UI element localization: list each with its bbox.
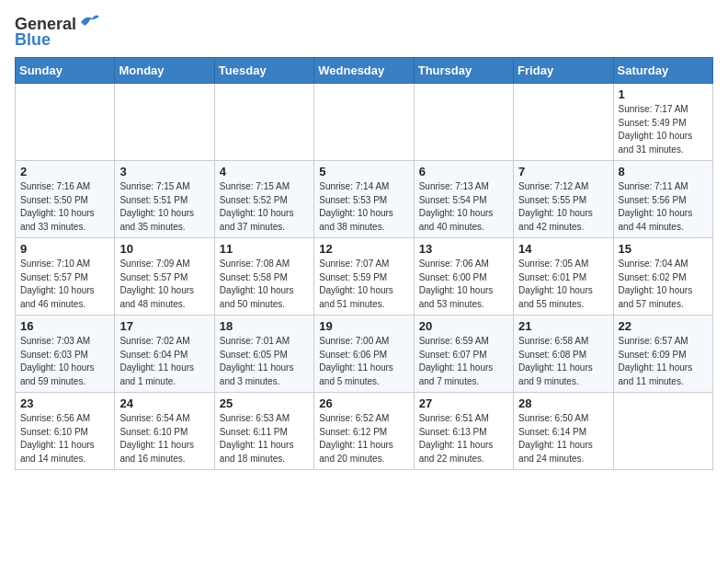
calendar-cell: 6Sunrise: 7:13 AM Sunset: 5:54 PM Daylig… (414, 161, 513, 238)
calendar-cell: 3Sunrise: 7:15 AM Sunset: 5:51 PM Daylig… (115, 161, 214, 238)
day-info: Sunrise: 6:59 AM Sunset: 6:07 PM Dayligh… (419, 335, 508, 388)
week-row-5: 23Sunrise: 6:56 AM Sunset: 6:10 PM Dayli… (16, 393, 713, 470)
calendar-cell: 14Sunrise: 7:05 AM Sunset: 6:01 PM Dayli… (514, 238, 613, 316)
calendar-cell: 4Sunrise: 7:15 AM Sunset: 5:52 PM Daylig… (214, 161, 313, 238)
day-info: Sunrise: 7:00 AM Sunset: 6:06 PM Dayligh… (319, 335, 408, 388)
calendar-cell (314, 84, 414, 161)
day-header-monday: Monday (115, 58, 214, 84)
day-number: 15 (619, 242, 708, 256)
day-number: 13 (419, 242, 508, 256)
day-number: 26 (319, 396, 408, 410)
calendar-cell: 25Sunrise: 6:53 AM Sunset: 6:11 PM Dayli… (214, 393, 313, 470)
calendar-cell: 17Sunrise: 7:02 AM Sunset: 6:04 PM Dayli… (115, 316, 214, 393)
day-number: 20 (419, 319, 508, 333)
day-info: Sunrise: 7:13 AM Sunset: 5:54 PM Dayligh… (419, 180, 508, 234)
day-info: Sunrise: 6:52 AM Sunset: 6:12 PM Dayligh… (319, 412, 408, 465)
day-number: 22 (619, 319, 708, 333)
calendar-cell: 27Sunrise: 6:51 AM Sunset: 6:13 PM Dayli… (414, 393, 513, 470)
calendar-cell (414, 84, 513, 161)
day-info: Sunrise: 7:05 AM Sunset: 6:01 PM Dayligh… (518, 258, 608, 311)
day-number: 9 (20, 242, 109, 256)
calendar-cell: 18Sunrise: 7:01 AM Sunset: 6:05 PM Dayli… (214, 316, 313, 393)
logo-blue-text: Blue (15, 30, 51, 50)
day-header-sunday: Sunday (16, 58, 115, 84)
day-info: Sunrise: 6:50 AM Sunset: 6:14 PM Dayligh… (518, 412, 608, 465)
day-header-friday: Friday (514, 58, 613, 84)
calendar-table: SundayMondayTuesdayWednesdayThursdayFrid… (15, 57, 713, 470)
calendar-cell: 19Sunrise: 7:00 AM Sunset: 6:06 PM Dayli… (314, 316, 414, 393)
calendar-cell: 12Sunrise: 7:07 AM Sunset: 5:59 PM Dayli… (314, 238, 414, 316)
day-number: 4 (220, 165, 309, 178)
day-info: Sunrise: 7:12 AM Sunset: 5:55 PM Dayligh… (518, 180, 608, 234)
calendar-cell (115, 84, 214, 161)
week-row-2: 2Sunrise: 7:16 AM Sunset: 5:50 PM Daylig… (16, 161, 713, 238)
day-info: Sunrise: 7:09 AM Sunset: 5:57 PM Dayligh… (119, 258, 209, 311)
logo: General Blue (15, 15, 99, 50)
day-number: 17 (119, 319, 209, 333)
day-info: Sunrise: 6:56 AM Sunset: 6:10 PM Dayligh… (20, 412, 109, 465)
page-header: General Blue (15, 15, 713, 50)
day-header-tuesday: Tuesday (214, 58, 313, 84)
day-info: Sunrise: 7:08 AM Sunset: 5:58 PM Dayligh… (220, 258, 309, 311)
day-info: Sunrise: 7:11 AM Sunset: 5:56 PM Dayligh… (619, 180, 708, 234)
day-info: Sunrise: 6:54 AM Sunset: 6:10 PM Dayligh… (119, 412, 209, 465)
day-number: 21 (518, 319, 608, 333)
week-row-3: 9Sunrise: 7:10 AM Sunset: 5:57 PM Daylig… (16, 238, 713, 316)
calendar-cell: 28Sunrise: 6:50 AM Sunset: 6:14 PM Dayli… (514, 393, 613, 470)
calendar-cell: 7Sunrise: 7:12 AM Sunset: 5:55 PM Daylig… (514, 161, 613, 238)
day-number: 27 (419, 396, 508, 410)
day-info: Sunrise: 7:15 AM Sunset: 5:52 PM Dayligh… (220, 180, 309, 234)
day-info: Sunrise: 7:03 AM Sunset: 6:03 PM Dayligh… (20, 335, 109, 388)
calendar-cell: 21Sunrise: 6:58 AM Sunset: 6:08 PM Dayli… (514, 316, 613, 393)
week-row-4: 16Sunrise: 7:03 AM Sunset: 6:03 PM Dayli… (16, 316, 713, 393)
calendar-cell: 8Sunrise: 7:11 AM Sunset: 5:56 PM Daylig… (613, 161, 712, 238)
day-number: 23 (20, 396, 109, 410)
day-info: Sunrise: 6:51 AM Sunset: 6:13 PM Dayligh… (419, 412, 508, 465)
calendar-cell (613, 393, 712, 470)
day-number: 16 (20, 319, 109, 333)
day-info: Sunrise: 7:06 AM Sunset: 6:00 PM Dayligh… (419, 258, 508, 311)
day-number: 14 (518, 242, 608, 256)
calendar-cell: 24Sunrise: 6:54 AM Sunset: 6:10 PM Dayli… (115, 393, 214, 470)
day-number: 8 (619, 165, 708, 178)
day-number: 11 (220, 242, 309, 256)
calendar-cell: 20Sunrise: 6:59 AM Sunset: 6:07 PM Dayli… (414, 316, 513, 393)
logo-bird-icon (79, 13, 99, 33)
week-row-1: 1Sunrise: 7:17 AM Sunset: 5:49 PM Daylig… (16, 84, 713, 161)
calendar-cell: 1Sunrise: 7:17 AM Sunset: 5:49 PM Daylig… (613, 84, 712, 161)
calendar-cell: 5Sunrise: 7:14 AM Sunset: 5:53 PM Daylig… (314, 161, 414, 238)
day-number: 19 (319, 319, 408, 333)
calendar-cell (214, 84, 313, 161)
day-number: 28 (518, 396, 608, 410)
day-number: 2 (20, 165, 109, 178)
calendar-cell: 22Sunrise: 6:57 AM Sunset: 6:09 PM Dayli… (613, 316, 712, 393)
day-header-wednesday: Wednesday (314, 58, 414, 84)
day-number: 18 (220, 319, 309, 333)
calendar-cell: 2Sunrise: 7:16 AM Sunset: 5:50 PM Daylig… (16, 161, 115, 238)
day-number: 12 (319, 242, 408, 256)
day-info: Sunrise: 7:14 AM Sunset: 5:53 PM Dayligh… (319, 180, 408, 234)
day-info: Sunrise: 7:15 AM Sunset: 5:51 PM Dayligh… (119, 180, 209, 234)
calendar-cell: 11Sunrise: 7:08 AM Sunset: 5:58 PM Dayli… (214, 238, 313, 316)
calendar-cell (514, 84, 613, 161)
day-info: Sunrise: 7:04 AM Sunset: 6:02 PM Dayligh… (619, 258, 708, 311)
day-info: Sunrise: 7:01 AM Sunset: 6:05 PM Dayligh… (220, 335, 309, 388)
day-info: Sunrise: 7:17 AM Sunset: 5:49 PM Dayligh… (619, 103, 708, 156)
day-header-saturday: Saturday (613, 58, 712, 84)
day-number: 5 (319, 165, 408, 178)
calendar-cell: 13Sunrise: 7:06 AM Sunset: 6:00 PM Dayli… (414, 238, 513, 316)
day-info: Sunrise: 6:53 AM Sunset: 6:11 PM Dayligh… (220, 412, 309, 465)
day-info: Sunrise: 6:57 AM Sunset: 6:09 PM Dayligh… (619, 335, 708, 388)
calendar-cell (16, 84, 115, 161)
day-info: Sunrise: 6:58 AM Sunset: 6:08 PM Dayligh… (518, 335, 608, 388)
calendar-cell: 16Sunrise: 7:03 AM Sunset: 6:03 PM Dayli… (16, 316, 115, 393)
day-number: 7 (518, 165, 608, 178)
day-number: 1 (619, 87, 708, 101)
day-number: 10 (119, 242, 209, 256)
day-info: Sunrise: 7:10 AM Sunset: 5:57 PM Dayligh… (20, 258, 109, 311)
day-info: Sunrise: 7:07 AM Sunset: 5:59 PM Dayligh… (319, 258, 408, 311)
calendar-cell: 9Sunrise: 7:10 AM Sunset: 5:57 PM Daylig… (16, 238, 115, 316)
calendar-cell: 23Sunrise: 6:56 AM Sunset: 6:10 PM Dayli… (16, 393, 115, 470)
calendar-header-row: SundayMondayTuesdayWednesdayThursdayFrid… (16, 58, 713, 84)
day-info: Sunrise: 7:16 AM Sunset: 5:50 PM Dayligh… (20, 180, 109, 234)
